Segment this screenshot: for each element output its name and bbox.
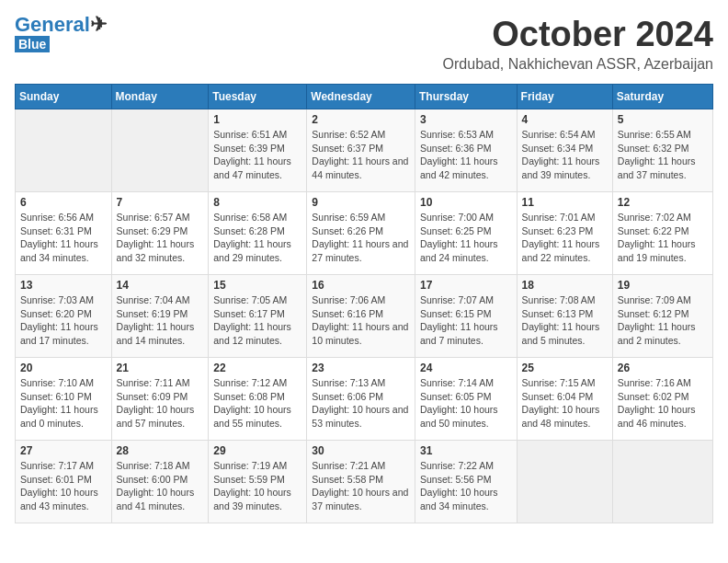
calendar-cell: 17Sunrise: 7:07 AM Sunset: 6:15 PM Dayli… (415, 275, 517, 358)
calendar-week: 6Sunrise: 6:56 AM Sunset: 6:31 PM Daylig… (16, 192, 713, 275)
day-number: 21 (117, 362, 204, 374)
day-number: 18 (522, 279, 608, 292)
calendar-cell: 24Sunrise: 7:14 AM Sunset: 6:05 PM Dayli… (415, 358, 517, 441)
header-day: Tuesday (209, 85, 307, 109)
day-number: 30 (312, 444, 410, 457)
day-info: Sunrise: 7:18 AM Sunset: 6:00 PM Dayligh… (117, 459, 204, 513)
calendar-cell: 19Sunrise: 7:09 AM Sunset: 6:12 PM Dayli… (612, 275, 712, 358)
calendar-cell: 16Sunrise: 7:06 AM Sunset: 6:16 PM Dayli… (307, 275, 415, 358)
calendar-cell: 28Sunrise: 7:18 AM Sunset: 6:00 PM Dayli… (111, 441, 209, 523)
day-info: Sunrise: 7:19 AM Sunset: 5:59 PM Dayligh… (213, 459, 301, 513)
logo-general: General (15, 13, 90, 36)
calendar-cell: 11Sunrise: 7:01 AM Sunset: 6:23 PM Dayli… (517, 192, 612, 275)
calendar-cell: 2Sunrise: 6:52 AM Sunset: 6:37 PM Daylig… (307, 109, 415, 192)
day-number: 13 (20, 279, 107, 292)
calendar-cell: 31Sunrise: 7:22 AM Sunset: 5:56 PM Dayli… (415, 441, 517, 523)
day-number: 14 (117, 279, 204, 292)
day-number: 27 (20, 444, 107, 457)
calendar-cell: 26Sunrise: 7:16 AM Sunset: 6:02 PM Dayli… (612, 358, 712, 441)
day-number: 23 (312, 362, 410, 374)
day-info: Sunrise: 7:08 AM Sunset: 6:13 PM Dayligh… (522, 293, 608, 348)
calendar-cell: 12Sunrise: 7:02 AM Sunset: 6:22 PM Dayli… (612, 192, 712, 275)
day-info: Sunrise: 6:59 AM Sunset: 6:26 PM Dayligh… (312, 211, 410, 265)
day-info: Sunrise: 6:56 AM Sunset: 6:31 PM Dayligh… (20, 211, 107, 265)
day-info: Sunrise: 7:06 AM Sunset: 6:16 PM Dayligh… (312, 293, 410, 348)
day-number: 7 (117, 196, 204, 209)
day-info: Sunrise: 7:09 AM Sunset: 6:12 PM Dayligh… (618, 293, 708, 348)
calendar-cell: 8Sunrise: 6:58 AM Sunset: 6:28 PM Daylig… (209, 192, 307, 275)
day-info: Sunrise: 7:11 AM Sunset: 6:09 PM Dayligh… (117, 376, 204, 431)
calendar-week: 20Sunrise: 7:10 AM Sunset: 6:10 PM Dayli… (16, 358, 713, 441)
calendar-week: 1Sunrise: 6:51 AM Sunset: 6:39 PM Daylig… (16, 109, 713, 192)
calendar-cell (16, 109, 112, 192)
day-number: 4 (522, 113, 608, 126)
calendar-cell: 5Sunrise: 6:55 AM Sunset: 6:32 PM Daylig… (612, 109, 712, 192)
day-info: Sunrise: 7:17 AM Sunset: 6:01 PM Dayligh… (20, 459, 107, 513)
calendar-cell: 1Sunrise: 6:51 AM Sunset: 6:39 PM Daylig… (209, 109, 307, 192)
day-number: 1 (213, 113, 301, 126)
header-day: Friday (517, 85, 612, 109)
day-info: Sunrise: 6:53 AM Sunset: 6:36 PM Dayligh… (420, 128, 512, 182)
day-info: Sunrise: 6:57 AM Sunset: 6:29 PM Dayligh… (117, 211, 204, 265)
calendar-cell (111, 109, 209, 192)
calendar-table: SundayMondayTuesdayWednesdayThursdayFrid… (15, 84, 713, 523)
day-number: 8 (213, 196, 301, 209)
day-number: 25 (522, 362, 608, 374)
day-info: Sunrise: 7:07 AM Sunset: 6:15 PM Dayligh… (420, 293, 512, 348)
calendar-cell: 27Sunrise: 7:17 AM Sunset: 6:01 PM Dayli… (16, 441, 112, 523)
calendar-cell: 4Sunrise: 6:54 AM Sunset: 6:34 PM Daylig… (517, 109, 612, 192)
logo: General✈ Blue (15, 15, 107, 52)
day-info: Sunrise: 7:03 AM Sunset: 6:20 PM Dayligh… (20, 293, 107, 348)
calendar-cell: 9Sunrise: 6:59 AM Sunset: 6:26 PM Daylig… (307, 192, 415, 275)
day-info: Sunrise: 6:51 AM Sunset: 6:39 PM Dayligh… (213, 128, 301, 182)
header-day: Saturday (612, 85, 712, 109)
day-number: 17 (420, 279, 512, 292)
main-title: October 2024 (443, 15, 713, 54)
calendar-cell: 30Sunrise: 7:21 AM Sunset: 5:58 PM Dayli… (307, 441, 415, 523)
day-number: 3 (420, 113, 512, 126)
day-info: Sunrise: 7:15 AM Sunset: 6:04 PM Dayligh… (522, 376, 608, 431)
day-info: Sunrise: 6:55 AM Sunset: 6:32 PM Dayligh… (618, 128, 708, 182)
day-info: Sunrise: 6:52 AM Sunset: 6:37 PM Dayligh… (312, 128, 410, 182)
day-number: 24 (420, 362, 512, 374)
day-number: 9 (312, 196, 410, 209)
calendar-cell: 10Sunrise: 7:00 AM Sunset: 6:25 PM Dayli… (415, 192, 517, 275)
header-row: SundayMondayTuesdayWednesdayThursdayFrid… (16, 85, 713, 109)
day-number: 15 (213, 279, 301, 292)
header-day: Wednesday (307, 85, 415, 109)
calendar-header: SundayMondayTuesdayWednesdayThursdayFrid… (16, 85, 713, 109)
day-number: 11 (522, 196, 608, 209)
day-info: Sunrise: 7:13 AM Sunset: 6:06 PM Dayligh… (312, 376, 410, 431)
day-info: Sunrise: 7:02 AM Sunset: 6:22 PM Dayligh… (618, 211, 708, 265)
header-day: Thursday (415, 85, 517, 109)
calendar-cell (517, 441, 612, 523)
day-number: 2 (312, 113, 410, 126)
day-number: 22 (213, 362, 301, 374)
calendar-cell: 7Sunrise: 6:57 AM Sunset: 6:29 PM Daylig… (111, 192, 209, 275)
day-number: 29 (213, 444, 301, 457)
day-info: Sunrise: 6:54 AM Sunset: 6:34 PM Dayligh… (522, 128, 608, 182)
day-number: 31 (420, 444, 512, 457)
day-info: Sunrise: 7:00 AM Sunset: 6:25 PM Dayligh… (420, 211, 512, 265)
calendar-body: 1Sunrise: 6:51 AM Sunset: 6:39 PM Daylig… (16, 109, 713, 523)
day-number: 26 (618, 362, 708, 374)
day-info: Sunrise: 7:05 AM Sunset: 6:17 PM Dayligh… (213, 293, 301, 348)
day-number: 20 (20, 362, 107, 374)
logo-blue: Blue (15, 36, 50, 52)
calendar-cell: 3Sunrise: 6:53 AM Sunset: 6:36 PM Daylig… (415, 109, 517, 192)
day-info: Sunrise: 7:10 AM Sunset: 6:10 PM Dayligh… (20, 376, 107, 431)
day-info: Sunrise: 7:04 AM Sunset: 6:19 PM Dayligh… (117, 293, 204, 348)
day-info: Sunrise: 6:58 AM Sunset: 6:28 PM Dayligh… (213, 211, 301, 265)
day-info: Sunrise: 7:22 AM Sunset: 5:56 PM Dayligh… (420, 459, 512, 513)
day-info: Sunrise: 7:01 AM Sunset: 6:23 PM Dayligh… (522, 211, 608, 265)
day-number: 19 (618, 279, 708, 292)
calendar-cell: 6Sunrise: 6:56 AM Sunset: 6:31 PM Daylig… (16, 192, 112, 275)
calendar-cell: 21Sunrise: 7:11 AM Sunset: 6:09 PM Dayli… (111, 358, 209, 441)
day-number: 16 (312, 279, 410, 292)
header-day: Sunday (16, 85, 112, 109)
calendar-cell: 15Sunrise: 7:05 AM Sunset: 6:17 PM Dayli… (209, 275, 307, 358)
calendar-cell: 14Sunrise: 7:04 AM Sunset: 6:19 PM Dayli… (111, 275, 209, 358)
logo-text: General✈ (15, 15, 107, 35)
day-number: 10 (420, 196, 512, 209)
calendar-cell: 22Sunrise: 7:12 AM Sunset: 6:08 PM Dayli… (209, 358, 307, 441)
